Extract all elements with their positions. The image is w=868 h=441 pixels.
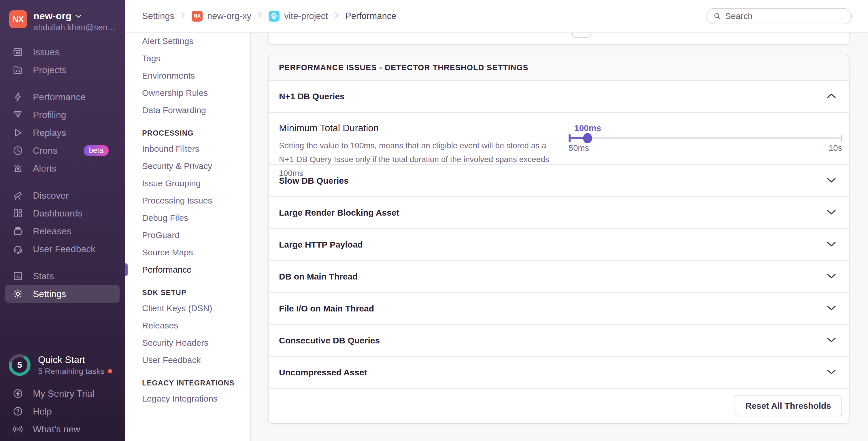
settings-nav-item-client-keys[interactable]: Client Keys (DSN) — [125, 300, 250, 317]
settings-nav-item-performance[interactable]: Performance — [125, 261, 250, 278]
slider-max-label: 10s — [829, 143, 842, 153]
sidebar-item-replays[interactable]: Replays — [5, 124, 120, 142]
sidebar-item-label: Issues — [33, 47, 59, 58]
gear-icon — [11, 287, 24, 300]
sidebar-item-label: Projects — [33, 65, 66, 75]
bar-chart-icon — [11, 270, 24, 282]
settings-nav-item-data-forwarding[interactable]: Data Forwarding — [125, 102, 250, 119]
top-bar: Settings NX new-org-xy — [125, 0, 868, 33]
sidebar-item-discover[interactable]: Discover — [5, 186, 120, 204]
accordion-row-db-on-main-thread[interactable]: DB on Main Thread — [269, 261, 849, 293]
settings-nav-item-issue-grouping[interactable]: Issue Grouping — [125, 175, 250, 192]
settings-nav-section-sdk-setup: SDK SETUP — [125, 284, 250, 300]
breadcrumb-organization[interactable]: NX new-org-xy — [192, 11, 251, 22]
setting-name: Minimum Total Duration — [279, 123, 561, 134]
accordion-row-file-io-on-main-thread[interactable]: File I/O on Main Thread — [269, 293, 849, 325]
cutoff-control — [572, 33, 591, 38]
sidebar-item-label: Dashboards — [33, 208, 83, 219]
slider-max-tick — [841, 135, 842, 142]
sidebar-item-alerts[interactable]: Alerts — [5, 160, 120, 177]
settings-nav-item-releases[interactable]: Releases — [125, 317, 250, 334]
sidebar-item-label: Alerts — [33, 163, 57, 174]
archive-icon — [11, 225, 24, 237]
sidebar-item-releases[interactable]: Releases — [5, 222, 120, 240]
settings-nav-item-legacy-integrations[interactable]: Legacy Integrations — [125, 390, 250, 407]
progress-count: 5 — [12, 357, 27, 373]
play-icon — [11, 126, 24, 139]
sidebar-item-crons[interactable]: Crons beta — [5, 142, 120, 160]
accordion-row-uncompressed-asset[interactable]: Uncompressed Asset — [269, 357, 849, 388]
settings-nav-item-ownership-rules[interactable]: Ownership Rules — [125, 84, 250, 102]
sidebar-item-label: Settings — [33, 289, 66, 299]
sidebar-item-trial[interactable]: My Sentry Trial — [5, 384, 120, 402]
help-icon — [11, 405, 24, 418]
sidebar-item-whats-new[interactable]: What's new — [5, 420, 120, 438]
progress-ring: 5 — [9, 354, 31, 376]
chevron-down-icon — [827, 273, 836, 280]
sidebar-item-label: User Feedback — [33, 244, 95, 255]
settings-nav-item-environments[interactable]: Environments — [125, 67, 250, 84]
settings-nav-item-alert-settings[interactable]: Alert Settings — [125, 33, 250, 50]
slider-min-tick — [568, 134, 570, 142]
slider-track[interactable] — [568, 137, 842, 139]
search-input[interactable] — [725, 11, 845, 21]
org-switcher[interactable]: NX new-org abdullah.khan@sen… — [0, 0, 125, 32]
org-crumb-avatar: NX — [192, 11, 203, 22]
sidebar-item-label: Crons — [33, 145, 57, 156]
slider-value-label: 100ms — [575, 123, 601, 133]
reset-all-thresholds-button[interactable]: Reset All Thresholds — [735, 396, 842, 416]
accordion-row-large-render-blocking-asset[interactable]: Large Render Blocking Asset — [269, 197, 849, 229]
threshold-setting-row: Minimum Total Duration Setting the value… — [269, 113, 849, 165]
chevron-right-icon — [334, 11, 339, 21]
notification-dot — [108, 369, 112, 373]
sidebar-item-label: Profiling — [33, 110, 66, 120]
settings-nav-item-tags[interactable]: Tags — [125, 50, 250, 67]
quick-start[interactable]: 5 Quick Start 5 Remaining tasks — [0, 354, 125, 384]
sidebar-item-settings[interactable]: Settings — [5, 285, 120, 303]
breadcrumb-project[interactable]: vite-project — [269, 11, 328, 22]
sidebar-item-label: Stats — [33, 271, 54, 281]
org-name: new-org — [33, 10, 71, 22]
settings-nav-item-inbound-filters[interactable]: Inbound Filters — [125, 140, 250, 158]
slider-min-label: 50ms — [568, 143, 589, 153]
settings-nav-item-source-maps[interactable]: Source Maps — [125, 244, 250, 261]
headset-icon — [11, 243, 24, 255]
right-column: Settings NX new-org-xy — [125, 0, 868, 441]
sidebar-item-projects[interactable]: Projects — [5, 61, 120, 79]
accordion-row-large-http-payload[interactable]: Large HTTP Payload — [269, 229, 849, 261]
settings-nav-item-security-privacy[interactable]: Security & Privacy — [125, 158, 250, 175]
settings-nav-item-proguard[interactable]: ProGuard — [125, 227, 250, 244]
settings-secondary-nav: Alert Settings Tags Environments Ownersh… — [125, 33, 251, 441]
accordion-row-consecutive-db-queries[interactable]: Consecutive DB Queries — [269, 325, 849, 357]
sidebar-item-profiling[interactable]: Profiling — [5, 106, 120, 124]
sidebar-footer: 5 Quick Start 5 Remaining tasks My Sentr… — [0, 354, 125, 441]
sidebar-item-dashboards[interactable]: Dashboards — [5, 204, 120, 222]
breadcrumb: Settings NX new-org-xy — [142, 11, 396, 22]
react-logo-icon — [269, 11, 280, 22]
primary-sidebar: NX new-org abdullah.khan@sen… Issues Pro… — [0, 0, 125, 441]
settings-nav-section-legacy: LEGACY INTEGRATIONS — [125, 374, 250, 390]
search-box — [706, 8, 852, 24]
sidebar-item-performance[interactable]: Performance — [5, 88, 120, 106]
sidebar-item-label: Discover — [33, 190, 69, 201]
chevron-down-icon — [827, 241, 836, 248]
lightning-icon — [11, 91, 24, 103]
breadcrumb-settings[interactable]: Settings — [142, 11, 174, 21]
accordion-row-n-plus-one-db-queries[interactable]: N+1 DB Queries — [269, 80, 849, 113]
app-root: NX new-org abdullah.khan@sen… Issues Pro… — [0, 0, 868, 441]
projects-icon — [11, 64, 24, 76]
settings-nav-item-user-feedback[interactable]: User Feedback — [125, 351, 250, 369]
settings-nav-item-processing-issues[interactable]: Processing Issues — [125, 192, 250, 209]
sidebar-item-stats[interactable]: Stats — [5, 267, 120, 285]
settings-nav-item-debug-files[interactable]: Debug Files — [125, 209, 250, 227]
slider-handle[interactable] — [583, 133, 592, 143]
sidebar-item-issues[interactable]: Issues — [5, 43, 120, 61]
sidebar-item-user-feedback[interactable]: User Feedback — [5, 240, 120, 258]
chevron-right-icon — [258, 11, 262, 21]
settings-nav-item-security-headers[interactable]: Security Headers — [125, 334, 250, 351]
detector-threshold-panel: PERFORMANCE ISSUES - DETECTOR THRESHOLD … — [268, 55, 849, 424]
telescope-icon — [11, 189, 24, 202]
org-email: abdullah.khan@sen… — [33, 23, 116, 32]
sidebar-item-help[interactable]: Help — [5, 402, 120, 420]
panel-footer: Reset All Thresholds — [269, 388, 849, 423]
